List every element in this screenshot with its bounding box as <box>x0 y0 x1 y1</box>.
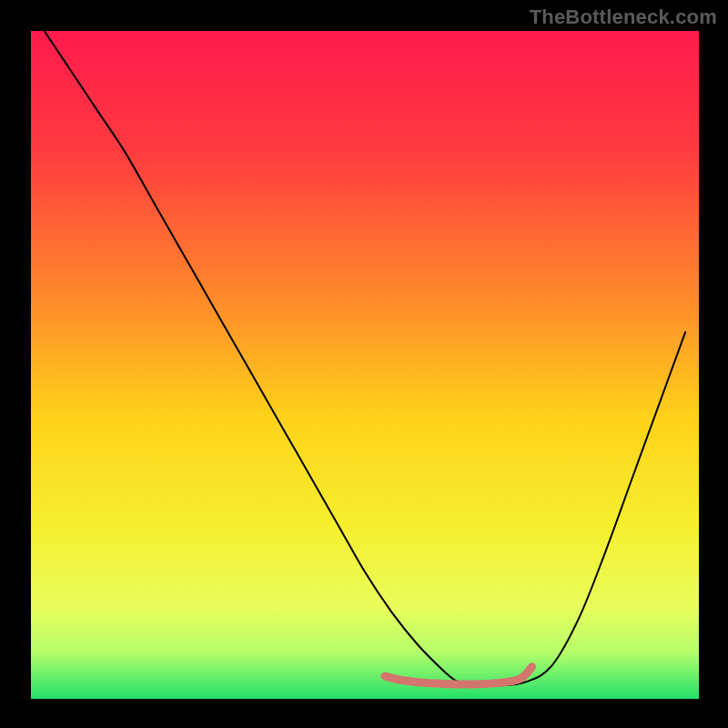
chart-frame: TheBottleneck.com <box>0 0 728 728</box>
gradient-background <box>31 31 699 699</box>
chart-svg <box>31 31 699 699</box>
chart-plot-area <box>31 31 699 699</box>
watermark-text: TheBottleneck.com <box>530 5 717 29</box>
